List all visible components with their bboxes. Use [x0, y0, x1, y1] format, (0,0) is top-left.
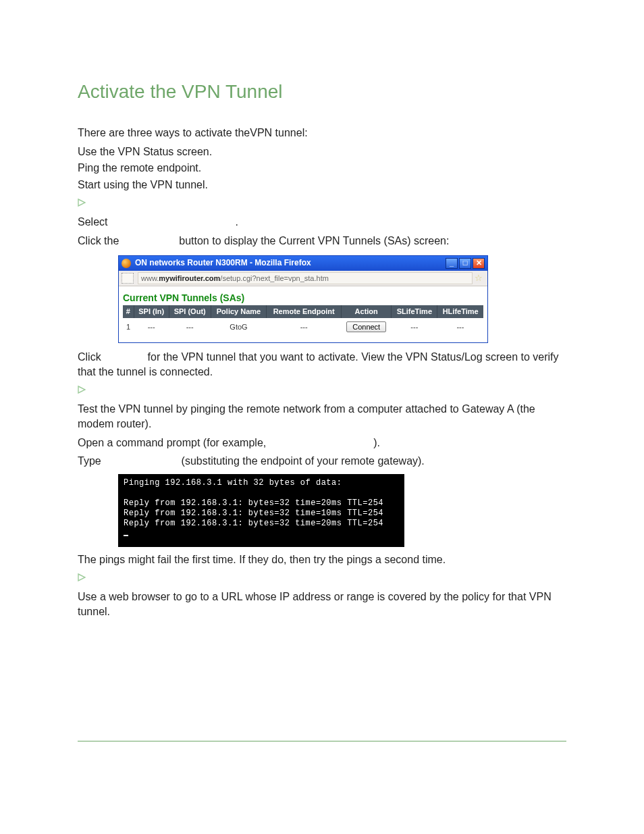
firefox-icon: [122, 259, 131, 268]
term-line: Pinging 192.168.3.1 with 32 bytes of dat…: [124, 478, 342, 488]
terminal-output: Pinging 192.168.3.1 with 32 bytes of dat…: [118, 474, 404, 547]
terminal-cursor: [124, 535, 128, 536]
intro-text: There are three ways to activate theVPN …: [78, 126, 566, 140]
url-prefix: www.: [141, 274, 159, 282]
section-b-p2: Open a command prompt (for example, ).: [78, 436, 566, 450]
cell-spi-in: ---: [134, 318, 169, 336]
col-header: SLifeTime: [392, 305, 437, 318]
cell-spi-out: ---: [169, 318, 211, 336]
cell-action: Connect: [342, 318, 392, 336]
way-item-3: Start using the VPN tunnel.: [78, 178, 566, 192]
section-a-step2: Click the button to display the Current …: [78, 234, 566, 249]
procedure-arrow-icon: [78, 199, 86, 207]
text-fragment: Click: [78, 351, 101, 363]
cell-policy: GtoG: [211, 318, 266, 336]
url-field[interactable]: www.mywifirouter.com/setup.cgi?next_file…: [138, 272, 473, 284]
screenshot-firefox-window: ON networks Router N300RM - Mozilla Fire…: [118, 255, 488, 344]
text-fragment: button to display the Current VPN Tunnel…: [179, 235, 449, 246]
col-header: HLifeTime: [437, 305, 483, 318]
table-row: 1 --- --- GtoG --- Connect --- ---: [123, 318, 483, 336]
svg-marker-1: [78, 386, 85, 393]
tab-icon: [122, 273, 134, 284]
text-fragment: for the VPN tunnel that you want to acti…: [78, 351, 559, 377]
address-bar: www.mywifirouter.com/setup.cgi?next_file…: [119, 271, 487, 286]
section-b-p3: Type (substituting the endpoint of your …: [78, 454, 566, 469]
svg-marker-0: [78, 199, 85, 206]
text-fragment: Click the: [78, 235, 119, 246]
col-header: SPI (Out): [169, 305, 211, 318]
cell-num: 1: [123, 318, 134, 336]
click-connect-text: Click for the VPN tunnel that you want t…: [78, 350, 566, 379]
col-header: Remote Endpoint: [267, 305, 342, 318]
col-header: Policy Name: [211, 305, 266, 318]
section-b-p1: Test the VPN tunnel by pinging the remot…: [78, 402, 566, 431]
cell-slife: ---: [392, 318, 437, 336]
window-minimize-button[interactable]: _: [446, 258, 458, 269]
procedure-arrow-icon: [78, 386, 86, 394]
col-header: SPI (In): [134, 305, 169, 318]
footer-divider: [78, 741, 566, 741]
section-c-p1: Use a web browser to go to a URL whose I…: [78, 590, 566, 619]
panel-title: Current VPN Tunnels (SAs): [123, 292, 483, 305]
window-titlebar: ON networks Router N300RM - Mozilla Fire…: [119, 256, 487, 271]
text-fragment: Select: [78, 216, 107, 228]
term-line: Reply from 192.168.3.1: bytes=32 time=20…: [124, 519, 383, 528]
url-suffix: /setup.cgi?next_file=vpn_sta.htm: [220, 274, 329, 282]
term-line: Reply from 192.168.3.1: bytes=32 time=20…: [124, 498, 383, 508]
text-fragment: Type: [78, 455, 101, 467]
col-header: Action: [342, 305, 392, 318]
window-maximize-button[interactable]: □: [459, 258, 471, 269]
cell-hlife: ---: [437, 318, 483, 336]
col-header: #: [123, 305, 134, 318]
after-terminal-text: The pings might fail the first time. If …: [78, 552, 566, 567]
window-close-button[interactable]: ✕: [473, 258, 485, 269]
text-fragment: Open a command prompt (for example,: [78, 437, 266, 448]
svg-marker-2: [78, 574, 85, 581]
text-fragment: ).: [373, 437, 380, 448]
window-title: ON networks Router N300RM - Mozilla Fire…: [135, 257, 446, 268]
url-host: mywifirouter.com: [159, 274, 220, 282]
page-title: Activate the VPN Tunnel: [78, 81, 566, 103]
way-item-2: Ping the remote endpoint.: [78, 161, 566, 176]
procedure-arrow-icon: [78, 573, 86, 581]
text-fragment: .: [235, 216, 238, 228]
bookmark-star-icon[interactable]: ☆: [473, 272, 485, 284]
text-fragment: (substituting the endpoint of your remot…: [182, 455, 425, 467]
cell-remote: ---: [267, 318, 342, 336]
way-item-1: Use the VPN Status screen.: [78, 145, 566, 159]
connect-button[interactable]: Connect: [346, 321, 386, 332]
vpn-tunnels-table: # SPI (In) SPI (Out) Policy Name Remote …: [123, 305, 483, 336]
term-line: Reply from 192.168.3.1: bytes=32 time=10…: [124, 509, 383, 518]
section-a-step1: Select .: [78, 215, 566, 230]
